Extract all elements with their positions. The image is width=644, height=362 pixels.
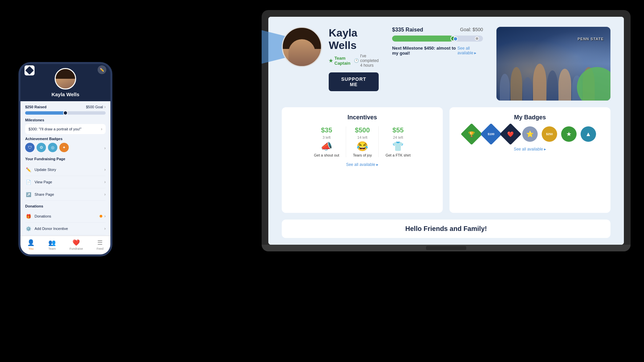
donations-right: › [100,214,106,219]
profile-avatar [282,27,322,67]
screen-middle-section: Incentives $35 3 left 📣 Get a shout out … [268,107,624,220]
donations-section-title: Donations [25,204,106,208]
person-1 [500,74,510,101]
incentive-emoji-3: 👕 [392,141,404,152]
nav-team[interactable]: 👥 Team [48,239,56,250]
raised-goal-row: $250 Raised $500 Goal › [25,105,106,109]
notification-dot [100,215,102,218]
incentive-shoutout[interactable]: $35 3 left 📣 Get a shout out [314,126,339,157]
view-page-item[interactable]: 📄 View Page › [25,176,106,188]
nav-fundraise-icon: ❤️ [72,239,80,246]
arrow-icon: ▲ [585,131,591,138]
badge-shield: 🛡 [25,143,35,152]
update-story-icon: ✏️ [25,166,32,173]
badge-circle: ◎ [48,143,57,152]
badge-100-label: $100 [488,132,494,136]
support-button[interactable]: SUPPORT ME [329,72,379,91]
progress-fill-laptop [392,36,453,42]
badge-gear: ⚙ [37,143,46,152]
incentive-tears[interactable]: $500 14 left 😂 Tears of joy [353,126,372,157]
incentives-card: Incentives $35 3 left 📣 Get a shout out … [282,107,443,213]
incentive-divider-2 [378,126,379,157]
goal-amount-laptop: Goal: $500 [460,27,483,33]
phone-header: ✏️ Kayla Wells [20,64,110,101]
badges-title-laptop: My Badges [456,114,604,121]
donations-icon: 🎁 [25,213,32,220]
goal-chevron: › [104,105,106,109]
incentives-see-all[interactable]: See all available ▸ [346,162,379,167]
profile-badges-row: ★ Team Captain 🕐 I've completed 4 hours [329,54,379,68]
badges-chevron[interactable]: › [104,146,106,150]
team-captain-badge: ★ Team Captain [329,56,351,66]
logo-diamond [25,66,34,74]
progress-dot [63,111,68,115]
nav-you-label: You [29,247,34,250]
add-donor-left: ⚙️ Add Donor Incentive [25,225,68,232]
person-4 [533,64,546,101]
incentive-divider-1 [346,126,346,157]
milestones-title: Milestones [25,118,106,122]
fundraising-section-title: Your Fundraising Page [25,157,106,161]
add-donor-item[interactable]: ⚙️ Add Donor Incentive › [25,223,106,235]
profile-section: Kayla Wells ★ Team Captain 🕐 I've comple… [282,27,379,101]
story-card: Hello Friends and Family! [282,220,610,238]
milestone-text: Next Milestone $450: almost to my goal! [392,46,458,56]
app-logo [24,65,35,75]
donations-chevron: › [104,214,106,219]
incentives-items-row: $35 3 left 📣 Get a shout out $500 14 lef… [288,126,436,157]
see-all-milestones[interactable]: See all available ▸ [458,46,483,55]
nav-fundraise[interactable]: ❤️ Fundraise [69,239,83,250]
milestone-chevron: › [101,127,102,131]
badges-row-wrapper: 🛡 ⚙ ◎ ✦ › [25,143,106,154]
nav-fundraise-label: Fundraise [69,247,83,250]
nav-feed[interactable]: ☰ Feed [97,239,104,250]
share-page-chevron: › [104,192,106,197]
badges-see-all[interactable]: See all available ▸ [514,147,546,152]
incentive-shirt[interactable]: $55 24 left 👕 Get a FTK shirt [385,126,411,157]
add-donor-icon: ⚙️ [25,225,32,232]
incentive-label-1: Get a shout out [314,153,339,157]
nav-team-label: Team [48,247,56,250]
incentive-price-2: $500 [355,126,370,134]
milestone-item[interactable]: $300: "I'll draw a portrait of you!" › [25,124,106,134]
badge-100: $100 [480,123,502,145]
screen-top-section: Kayla Wells ★ Team Captain 🕐 I've comple… [268,17,624,107]
incentives-title: Incentives [288,114,436,121]
donations-item[interactable]: 🎁 Donations › [25,210,106,223]
progress-fill [25,111,65,115]
laptop-screen: Kayla Wells ★ Team Captain 🕐 I've comple… [268,17,624,245]
update-story-item[interactable]: ✏️ Update Story › [25,164,106,176]
incentive-price-1: $35 [321,126,332,134]
badges-row: 🛡 ⚙ ◎ ✦ [25,143,69,152]
nav-team-icon: 👥 [48,239,56,246]
raised-amount-laptop: $335 Raised [392,27,423,33]
hours-completed: 🕐 I've completed 4 hours [354,54,379,68]
phone-user-name: Kayla Wells [51,92,79,97]
incentive-label-2: Tears of joy [353,153,372,157]
phone-content-area: $250 Raised $500 Goal › Milestones $300:… [20,101,110,236]
badges-icons-row: 🏆 $100 ❤️ ⭐ [456,126,604,142]
story-section: Hello Friends and Family! [268,220,624,245]
milestone-row: Next Milestone $450: almost to my goal! … [392,46,483,56]
nav-you-icon: 👤 [27,239,35,246]
progress-dot-blue-wrapper [453,37,458,41]
story-title: Hello Friends and Family! [292,225,600,233]
progress-dot-blue [453,37,458,41]
badge-250-label: $250 [546,132,553,136]
achievement-icon: ★ [566,130,572,138]
view-page-chevron: › [104,180,106,184]
nav-you[interactable]: 👤 You [27,239,35,250]
badges-title: Achievement Badges [25,137,106,141]
badge-star-silver: ⭐ [522,126,538,142]
share-page-item[interactable]: ↗️ Share Page › [25,188,106,201]
badge-arrow: ▲ [581,126,596,142]
update-story-chevron: › [104,167,106,172]
raised-amount: $250 Raised [25,105,47,109]
edit-profile-button[interactable]: ✏️ [98,65,106,74]
view-page-left: 📄 View Page [25,179,52,185]
badge-star: ✦ [59,143,69,152]
incentive-emoji-1: 📣 [321,141,332,152]
bottom-nav: 👤 You 👥 Team ❤️ Fundraise ☰ Feed [20,236,110,254]
incentive-label-3: Get a FTK shirt [385,153,411,157]
badge-trophy: 🏆 [461,123,482,145]
